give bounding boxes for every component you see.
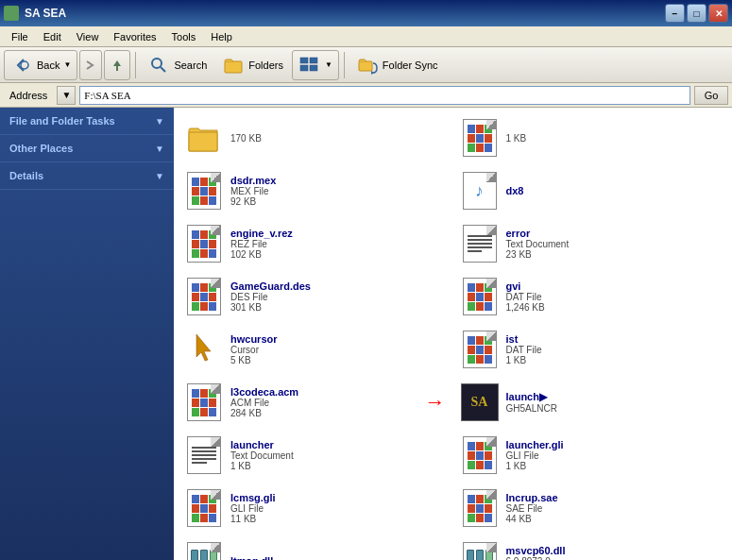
folder-icon xyxy=(185,119,223,157)
other-places-header[interactable]: Other Places ▼ xyxy=(0,135,174,161)
menu-favorites[interactable]: Favorites xyxy=(106,29,163,44)
search-label: Search xyxy=(174,59,207,71)
close-button[interactable]: ✕ xyxy=(708,4,728,23)
folder-sync-label: Folder Sync xyxy=(383,59,438,71)
file-item[interactable]: GameGuard.des DES File 301 KB xyxy=(178,270,453,323)
file-info: dsdr.mex MEX File 92 KB xyxy=(230,175,276,207)
file-type: GLI File xyxy=(230,503,276,514)
other-places-arrow: ▼ xyxy=(155,144,164,154)
svg-rect-7 xyxy=(310,65,317,71)
file-item[interactable]: 1 KB xyxy=(453,111,729,164)
file-item[interactable]: hwcursor Cursor 5 KB xyxy=(178,323,453,376)
file-name: dx8 xyxy=(506,185,524,196)
file-info: dx8 xyxy=(506,185,524,196)
file-type: GH5ALNCR xyxy=(506,403,557,414)
file-size: 44 KB xyxy=(506,514,558,524)
file-item[interactable]: lncrup.sae SAE File 44 KB xyxy=(453,482,729,535)
folders-button[interactable]: Folders xyxy=(215,50,290,80)
file-item[interactable]: ltmsg.dll xyxy=(178,535,453,560)
launcher-exe-item[interactable]: SA launch▶ GH5ALNCR → xyxy=(453,376,729,429)
folder-sync-icon xyxy=(356,54,379,76)
search-button[interactable]: Search xyxy=(141,50,213,80)
file-info: gvi DAT File 1,246 KB xyxy=(506,280,545,313)
menu-tools[interactable]: Tools xyxy=(164,29,204,44)
minimize-button[interactable]: − xyxy=(665,4,685,23)
file-size: 11 KB xyxy=(230,514,276,524)
file-name: ltmsg.dll xyxy=(230,555,273,560)
address-input[interactable] xyxy=(79,86,690,105)
file-name: l3codeca.acm xyxy=(230,386,298,398)
file-item[interactable]: launcher Text Document 1 KB xyxy=(178,429,453,482)
back-button[interactable]: Back ▼ xyxy=(4,50,77,80)
menu-view[interactable]: View xyxy=(69,29,107,44)
app-icon xyxy=(4,6,19,21)
file-name: error xyxy=(506,228,570,239)
file-type: REZ File xyxy=(230,239,293,249)
file-name: engine_v.rez xyxy=(230,228,293,239)
address-dropdown-button[interactable]: ▼ xyxy=(57,86,76,105)
file-size: 1 KB xyxy=(506,133,527,144)
menu-file[interactable]: File xyxy=(4,29,36,44)
back-label: Back xyxy=(37,59,60,71)
titlebar-title: SA SEA xyxy=(25,7,66,20)
file-item[interactable]: l3codeca.acm ACM File 284 KB xyxy=(178,376,453,429)
file-item[interactable]: ist DAT File 1 KB xyxy=(453,323,729,376)
rez-icon xyxy=(185,225,223,263)
view-toggle-button[interactable]: ▼ xyxy=(292,50,339,80)
file-info: launcher.gli GLI File 1 KB xyxy=(506,439,564,471)
file-folder-tasks-header[interactable]: File and Folder Tasks ▼ xyxy=(0,108,174,134)
text-icon xyxy=(461,225,499,263)
maximize-button[interactable]: □ xyxy=(687,4,706,23)
file-size: 1 KB xyxy=(230,461,294,471)
file-name: launcher.gli xyxy=(506,439,564,450)
svg-rect-5 xyxy=(300,65,308,71)
file-size: 301 KB xyxy=(230,302,311,313)
titlebar-controls: − □ ✕ xyxy=(665,4,728,23)
file-item[interactable]: dsdr.mex MEX File 92 KB xyxy=(178,164,453,217)
forward-button[interactable] xyxy=(79,50,102,80)
file-name: lncrup.sae xyxy=(506,492,558,503)
file-info: error Text Document 23 KB xyxy=(506,228,570,260)
file-item[interactable]: lcmsg.gli GLI File 11 KB xyxy=(178,482,453,535)
file-folder-tasks-label: File and Folder Tasks xyxy=(9,115,115,127)
file-info: launcher Text Document 1 KB xyxy=(230,439,294,471)
file-size: 284 KB xyxy=(230,408,298,418)
toolbar-sep-2 xyxy=(344,52,345,78)
folders-icon xyxy=(222,54,245,76)
svg-rect-3 xyxy=(225,61,242,73)
folder-sync-button[interactable]: Folder Sync xyxy=(349,50,445,80)
toolbar: Back ▼ Search Folders xyxy=(0,47,732,83)
svg-line-2 xyxy=(161,67,165,72)
file-folder-tasks-arrow: ▼ xyxy=(155,116,164,127)
menu-help[interactable]: Help xyxy=(203,29,240,44)
up-button[interactable] xyxy=(104,50,130,80)
gli2-icon xyxy=(185,489,223,527)
address-go-button[interactable]: Go xyxy=(694,86,728,105)
view-arrow: ▼ xyxy=(325,60,332,69)
file-type: SAE File xyxy=(506,503,558,514)
file-item[interactable]: 170 KB xyxy=(178,111,453,164)
file-list: 170 KB xyxy=(174,108,732,560)
folders-label: Folders xyxy=(248,59,283,71)
file-item[interactable]: gvi DAT File 1,246 KB xyxy=(453,270,729,323)
details-header[interactable]: Details ▼ xyxy=(0,162,174,189)
file-size: 1 KB xyxy=(506,461,564,471)
file-name: GameGuard.des xyxy=(230,280,311,292)
file-size: 23 KB xyxy=(506,249,570,260)
file-type: Text Document xyxy=(506,239,570,249)
file-info: l3codeca.acm ACM File 284 KB xyxy=(230,386,298,418)
file-item[interactable]: launcher.gli GLI File 1 KB xyxy=(453,429,729,482)
file-name: dsdr.mex xyxy=(230,175,276,186)
des-icon xyxy=(185,278,223,315)
file-type: MEX File xyxy=(230,186,276,196)
file-item[interactable]: engine_v.rez REZ File 102 KB xyxy=(178,217,453,270)
file-type: DES File xyxy=(230,292,311,302)
svg-rect-8 xyxy=(359,61,372,71)
details-arrow: ▼ xyxy=(155,171,164,181)
file-item[interactable]: error Text Document 23 KB xyxy=(453,217,729,270)
file-item[interactable]: msvcp60.dll 6.0.8972.0 Microsoft (R) C++… xyxy=(453,535,729,560)
menu-edit[interactable]: Edit xyxy=(36,29,69,44)
file-name: lcmsg.gli xyxy=(230,492,276,503)
dat2-icon xyxy=(461,331,499,368)
file-item[interactable]: ♪ dx8 xyxy=(453,164,729,217)
